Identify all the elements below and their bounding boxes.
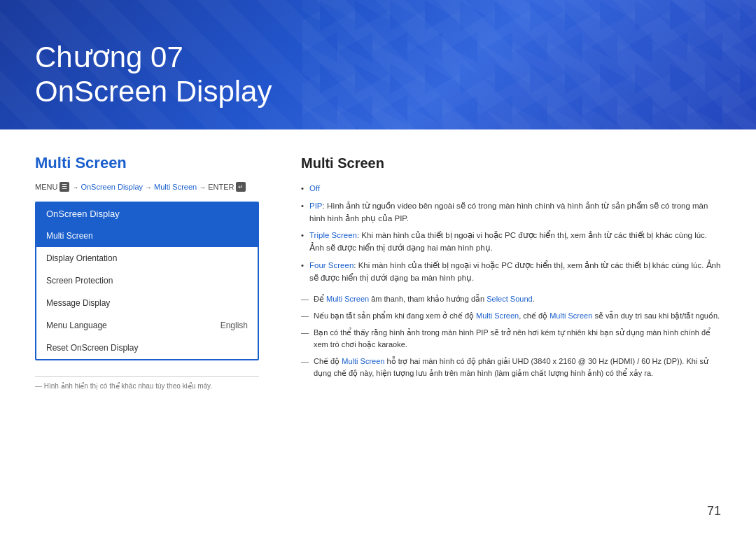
menu-box: OnScreen Display Multi Screen Display Or… xyxy=(35,202,259,360)
menu-icon: ☰ xyxy=(59,182,69,192)
menu-item-label: Menu Language xyxy=(46,321,107,330)
chapter-title: OnScreen Display xyxy=(35,75,272,108)
menu-item-label: Message Display xyxy=(46,298,110,308)
menu-item-label: Reset OnScreen Display xyxy=(46,343,138,353)
highlight-off: Off xyxy=(309,184,320,192)
footnote-text: ― Hình ảnh hiển thị có thể khác nhau tùy… xyxy=(35,382,259,390)
menu-item-reset-onscreen[interactable]: Reset OnScreen Display xyxy=(36,337,258,359)
highlight-select-sound: Select Sound xyxy=(486,295,532,303)
chapter-heading: Chương 07 OnScreen Display xyxy=(35,41,272,108)
menu-box-header: OnScreen Display xyxy=(36,203,258,225)
right-panel: Multi Screen Off PIP: Hình ảnh từ nguồn … xyxy=(301,154,721,513)
pip-text: : Hình ảnh từ nguồn video bên ngoài sẽ c… xyxy=(309,202,708,223)
menu-item-label: Screen Protection xyxy=(46,276,113,286)
menu-path: MENU ☰ → OnScreen Display → Multi Screen… xyxy=(35,182,259,192)
header-title: Chương 07 OnScreen Display xyxy=(35,41,272,108)
note-power-off: Nếu bạn tắt sản phẩm khi đang xem ở chế … xyxy=(301,310,721,322)
note-select-sound: Để Multi Screen âm thanh, tham khảo hướn… xyxy=(301,293,721,305)
menu-item-multiscreen[interactable]: Multi Screen xyxy=(36,225,258,247)
page-number: 71 xyxy=(707,504,721,519)
right-section-title: Multi Screen xyxy=(301,155,721,171)
menu-path-onscreen[interactable]: OnScreen Display xyxy=(80,183,143,191)
note-pip-quality: Bạn có thể thấy rằng hình ảnh trong màn … xyxy=(301,327,721,351)
menu-item-label: Display Orientation xyxy=(46,253,117,263)
menu-item-screen-protection[interactable]: Screen Protection xyxy=(36,269,258,292)
left-panel: Multi Screen MENU ☰ → OnScreen Display →… xyxy=(35,154,259,513)
triple-text: : Khi màn hình của thiết bị ngoại vi hoặ… xyxy=(309,231,707,252)
highlight-triple: Triple Screen xyxy=(309,231,357,239)
bullet-triple-screen: Triple Screen: Khi màn hình của thiết bị… xyxy=(301,230,721,255)
bullet-four-screen: Four Screen: Khi màn hình của thiết bị n… xyxy=(301,260,721,285)
left-section-title: Multi Screen xyxy=(35,154,259,172)
footnote-area: ― Hình ảnh hiển thị có thể khác nhau tùy… xyxy=(35,376,259,390)
highlight-four: Four Screen xyxy=(309,261,354,269)
arrow-3: → xyxy=(199,183,206,191)
menu-item-menu-language[interactable]: Menu Language English xyxy=(36,314,258,337)
highlight-pip: PIP xyxy=(309,202,323,210)
menu-item-display-orientation[interactable]: Display Orientation xyxy=(36,247,258,269)
header-banner: Chương 07 OnScreen Display xyxy=(0,0,756,129)
menu-label: MENU xyxy=(35,183,57,191)
menu-path-multiscreen[interactable]: Multi Screen xyxy=(154,183,197,191)
arrow-2: → xyxy=(145,183,152,191)
highlight-multiscreen-1: Multi Screen xyxy=(326,295,369,303)
menu-item-label: Multi Screen xyxy=(46,231,93,241)
header-pattern-decoration xyxy=(302,0,756,129)
highlight-multiscreen-2: Multi Screen xyxy=(476,311,519,320)
bullet-list: Off PIP: Hình ảnh từ nguồn video bên ngo… xyxy=(301,183,721,285)
enter-label: ENTER xyxy=(208,183,234,191)
arrow-1: → xyxy=(71,183,78,191)
four-text: : Khi màn hình của thiết bị ngoại vi hoặ… xyxy=(309,261,720,282)
bullet-off: Off xyxy=(301,183,721,195)
menu-item-value: English xyxy=(220,321,248,330)
enter-icon: ↵ xyxy=(236,182,246,192)
bullet-pip: PIP: Hình ảnh từ nguồn video bên ngoài s… xyxy=(301,200,721,225)
menu-item-message-display[interactable]: Message Display xyxy=(36,292,258,314)
highlight-multiscreen-3: Multi Screen xyxy=(550,311,592,320)
chapter-number: Chương 07 xyxy=(35,41,183,73)
highlight-multiscreen-4: Multi Screen xyxy=(342,357,384,365)
note-uhd: Chế độ Multi Screen hỗ trợ hai màn hình … xyxy=(301,356,721,379)
main-content: Multi Screen MENU ☰ → OnScreen Display →… xyxy=(0,129,756,534)
